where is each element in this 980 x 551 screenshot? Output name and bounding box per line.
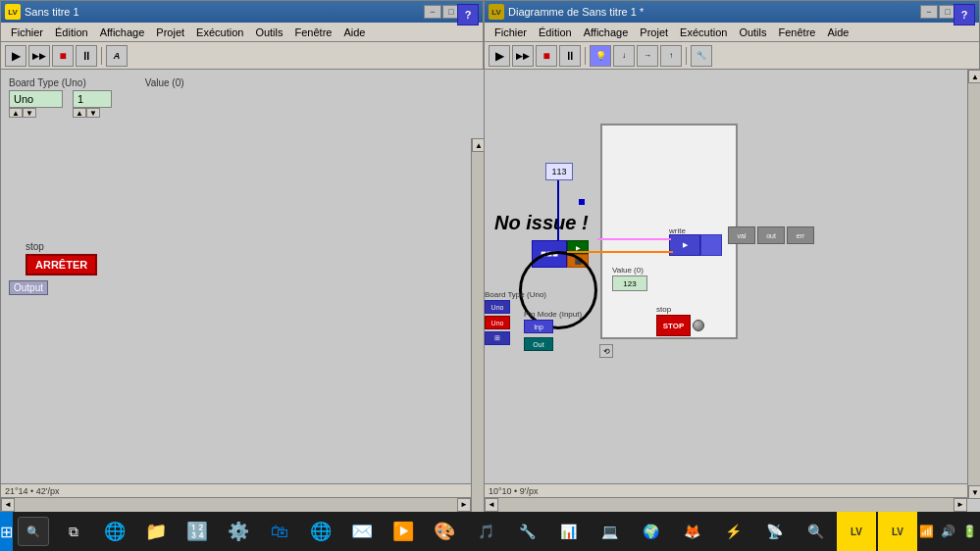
taskbar-tray: 📶 🔊 🔋 FR 🛡 📶 📡 09:31 19/09/2018 □	[917, 518, 980, 545]
tray-network-icon[interactable]: 📶	[917, 523, 935, 540]
value-down[interactable]: ▼	[86, 108, 100, 118]
taskbar-icon-extra6[interactable]: 🦊	[672, 512, 711, 551]
abort-run-right[interactable]: ▶▶	[512, 45, 534, 67]
menu-outils-left[interactable]: Outils	[249, 25, 288, 40]
board-type-up[interactable]: ▲	[9, 108, 23, 118]
wire-v-1	[557, 180, 559, 244]
board-type-control[interactable]: Uno ▲ ▼	[9, 90, 63, 118]
menu-fenetre-left[interactable]: Fenêtre	[289, 25, 338, 40]
write-block-2[interactable]	[700, 234, 722, 256]
taskbar-icon-calc[interactable]: 🔢	[178, 512, 217, 551]
uno-block-1[interactable]: Uno	[485, 300, 510, 314]
right-scrollbar-h[interactable]: ◄ ►	[485, 497, 967, 511]
taskbar-icon-extra7[interactable]: ⚡	[713, 512, 752, 551]
menu-execution-left[interactable]: Exécution	[190, 25, 249, 40]
scroll-left-right[interactable]: ◄	[485, 498, 498, 512]
block-113[interactable]: 113	[545, 163, 573, 180]
taskbar-icon-mail[interactable]: ✉️	[342, 512, 382, 551]
taskbar-icon-store[interactable]: 🛍	[260, 512, 299, 551]
run-cont-button-left[interactable]: ▶▶	[28, 45, 50, 67]
board-type-down[interactable]: ▼	[23, 108, 36, 118]
pause-button-left[interactable]: ⏸	[76, 45, 97, 67]
scroll-left-btn[interactable]: ◄	[1, 498, 15, 512]
taskbar-icon-paint[interactable]: 🎨	[425, 512, 464, 551]
value-display[interactable]: 1	[73, 90, 112, 108]
taskbar-icon-settings[interactable]: ⚙️	[219, 512, 258, 551]
run-button-right[interactable]: ▶	[489, 45, 510, 67]
write-block[interactable]: ▶	[669, 234, 700, 256]
taskbar-icon-lv2[interactable]: LV	[878, 512, 917, 551]
minimize-button[interactable]: −	[424, 5, 441, 19]
output-block[interactable]: Out	[524, 337, 553, 351]
menu-fenetre-right[interactable]: Fenêtre	[773, 25, 822, 40]
scroll-right-btn[interactable]: ►	[457, 498, 471, 512]
left-scrollbar-h[interactable]: ◄ ►	[1, 497, 471, 511]
menu-projet-left[interactable]: Projet	[150, 25, 190, 40]
uno-block-2[interactable]: Uno	[485, 316, 510, 329]
scroll-track-h-right[interactable]	[498, 498, 954, 512]
stop-group: stop ARRÊTER	[26, 241, 97, 276]
highlight-right[interactable]: 💡	[590, 45, 611, 67]
scroll-down-right[interactable]: ▼	[968, 485, 980, 499]
menu-aide-left[interactable]: Aide	[337, 25, 371, 40]
stop-diag-box[interactable]: STOP	[656, 315, 691, 336]
scroll-track-h-left[interactable]	[15, 498, 457, 512]
step-out-right[interactable]: ↑	[660, 45, 682, 67]
menu-fichier-left[interactable]: Fichier	[5, 25, 49, 40]
loop-indicator[interactable]: ⟲	[599, 344, 613, 358]
taskbar-icon-extra5[interactable]: 🌍	[631, 512, 670, 551]
taskbar-icon-extra8[interactable]: 📡	[754, 512, 794, 551]
board-type-display[interactable]: Uno	[9, 90, 63, 108]
taskbar-icon-edge[interactable]: 🌐	[301, 512, 340, 551]
stop-diag-group: STOP	[656, 315, 704, 336]
menu-outils-right[interactable]: Outils	[733, 25, 772, 40]
taskbar-icon-extra1[interactable]: 🎵	[466, 512, 505, 551]
step-over-right[interactable]: →	[637, 45, 658, 67]
extra-block-1[interactable]: val	[728, 226, 755, 244]
taskbar-icon-task-view[interactable]: ⧉	[54, 512, 93, 551]
debug-right[interactable]: 🔧	[691, 45, 712, 67]
menu-edition-right[interactable]: Édition	[533, 25, 578, 40]
menu-execution-right[interactable]: Exécution	[674, 25, 733, 40]
taskbar-icon-extra9[interactable]: 🔍	[796, 512, 835, 551]
value-up[interactable]: ▲	[73, 108, 86, 118]
menu-affichage-left[interactable]: Affichage	[94, 25, 151, 40]
minimize-button-right[interactable]: −	[920, 5, 938, 19]
taskbar-icon-extra3[interactable]: 📊	[548, 512, 588, 551]
pin-mode-block[interactable]: Inp	[524, 320, 553, 333]
tray-volume-icon[interactable]: 🔊	[939, 523, 956, 540]
stop-button[interactable]: ARRÊTER	[26, 254, 97, 276]
abort-button-left[interactable]: ■	[52, 45, 74, 67]
taskbar-icon-extra2[interactable]: 🔧	[507, 512, 546, 551]
value-diag-box[interactable]: 123	[612, 276, 647, 291]
pause-right[interactable]: ⏸	[559, 45, 581, 67]
stop-run-right[interactable]: ■	[536, 45, 557, 67]
right-scrollbar-v[interactable]: ▲ ▼	[967, 70, 980, 499]
menu-edition-left[interactable]: Édition	[49, 25, 94, 40]
step-into-right[interactable]: ↓	[613, 45, 635, 67]
menu-affichage-right[interactable]: Affichage	[578, 25, 635, 40]
start-button[interactable]: ⊞	[0, 512, 13, 551]
menu-projet-right[interactable]: Projet	[634, 25, 674, 40]
scroll-right-right[interactable]: ►	[954, 498, 967, 512]
value-control[interactable]: 1 ▲ ▼	[73, 90, 112, 118]
menu-fichier-right[interactable]: Fichier	[489, 25, 533, 40]
run-button-left[interactable]: ▶	[5, 45, 26, 67]
taskbar-icon-ie[interactable]: 🌐	[95, 512, 134, 551]
menu-aide-right[interactable]: Aide	[821, 25, 854, 40]
scroll-up-right[interactable]: ▲	[968, 70, 980, 83]
taskbar-icon-lv[interactable]: LV	[837, 512, 876, 551]
extra-block-2[interactable]: out	[757, 226, 785, 244]
taskbar-icon-explorer[interactable]: 📁	[136, 512, 176, 551]
left-scrollbar-v[interactable]: ▲ ▼	[471, 138, 485, 551]
scroll-track-v-right[interactable]	[968, 83, 980, 485]
taskbar-search[interactable]: 🔍	[18, 517, 49, 546]
lv-context-help-right[interactable]: ?	[954, 4, 975, 25]
taskbar-icon-extra4[interactable]: 💻	[590, 512, 629, 551]
text-tool-left[interactable]: A	[106, 45, 128, 67]
lv-context-help-left[interactable]: ?	[457, 4, 479, 25]
taskbar-icon-media[interactable]: ▶️	[384, 512, 423, 551]
uno-block-3[interactable]: ⊞	[485, 331, 510, 345]
tray-battery-icon[interactable]: 🔋	[960, 523, 978, 540]
extra-block-3[interactable]: err	[787, 226, 814, 244]
